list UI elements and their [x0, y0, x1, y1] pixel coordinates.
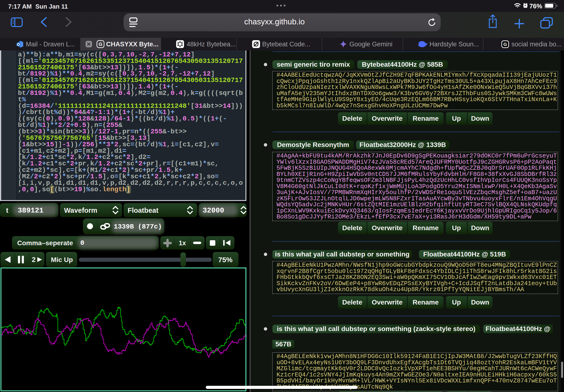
svg-text:G: G — [504, 42, 507, 47]
